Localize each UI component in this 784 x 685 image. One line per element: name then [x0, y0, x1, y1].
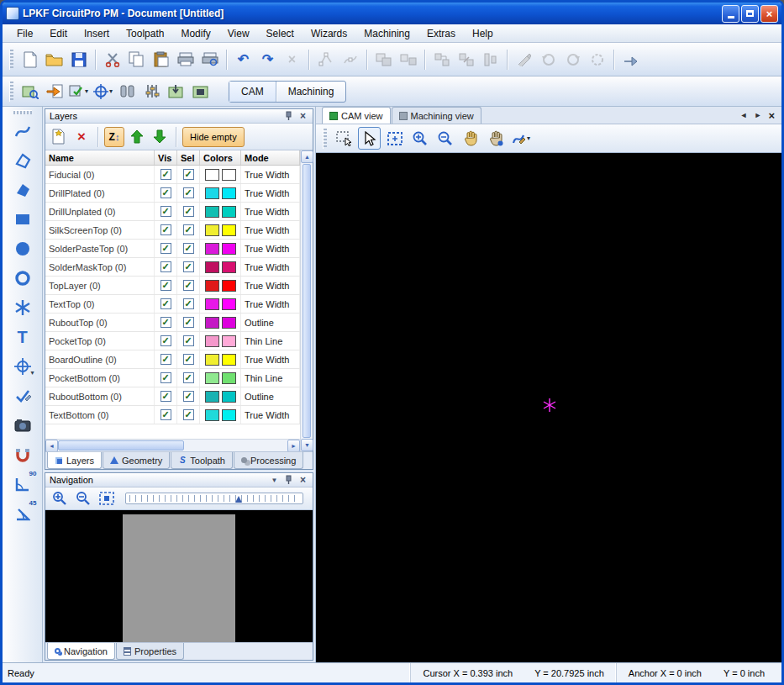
- layer-color-primary[interactable]: [205, 224, 219, 236]
- new-document-button[interactable]: [18, 48, 41, 71]
- layer-color-secondary[interactable]: [222, 354, 236, 366]
- text-tool-button[interactable]: T: [10, 324, 35, 350]
- insert-points-button[interactable]: [339, 48, 361, 71]
- layer-row[interactable]: SolderPasteTop (0)✓✓True Width: [45, 240, 300, 258]
- drill-board-button[interactable]: [165, 80, 187, 103]
- nav-zoom-in-button[interactable]: [50, 488, 70, 508]
- angle-90-tool-button[interactable]: 90: [10, 472, 35, 497]
- navigation-preview[interactable]: [45, 510, 313, 642]
- layers-table-header[interactable]: Name Vis Sel Colors Mode: [45, 150, 300, 166]
- combine-button[interactable]: [372, 48, 395, 71]
- layer-color-secondary[interactable]: [222, 335, 236, 347]
- menu-item-machining[interactable]: Machining: [356, 26, 418, 41]
- scroll-right-button[interactable]: ►: [287, 440, 300, 451]
- vis-checkbox[interactable]: ✓: [160, 409, 171, 420]
- sel-checkbox[interactable]: ✓: [183, 409, 194, 420]
- group-button[interactable]: [430, 48, 453, 71]
- layer-color-secondary[interactable]: [222, 280, 236, 292]
- view-tab-machining-view[interactable]: Machining view: [392, 107, 481, 124]
- layer-row[interactable]: SolderMaskTop (0)✓✓True Width: [45, 258, 300, 277]
- horizontal-scrollbar[interactable]: ◄ ►: [45, 439, 300, 451]
- sel-checkbox[interactable]: ✓: [183, 224, 194, 235]
- sort-z-button[interactable]: Z ↕: [104, 127, 124, 147]
- menu-item-select[interactable]: Select: [259, 26, 302, 41]
- spline-tool-button[interactable]: [10, 119, 35, 144]
- navigation-panel-titlebar[interactable]: Navigation ▼ ×: [45, 473, 313, 487]
- layer-row[interactable]: SilkScreenTop (0)✓✓True Width: [45, 221, 300, 240]
- vis-checkbox[interactable]: ✓: [160, 261, 171, 272]
- mode-machining-button[interactable]: Machining: [276, 82, 346, 102]
- vis-checkbox[interactable]: ✓: [160, 187, 171, 198]
- pan-button[interactable]: [459, 127, 481, 150]
- sel-checkbox[interactable]: ✓: [183, 243, 194, 254]
- menu-item-modify[interactable]: Modify: [173, 26, 218, 41]
- new-layer-button[interactable]: [49, 127, 69, 147]
- toolbar-grip[interactable]: [13, 110, 32, 114]
- view-close-button[interactable]: ×: [766, 108, 776, 123]
- maximize-button[interactable]: [741, 5, 759, 23]
- sel-checkbox[interactable]: ✓: [183, 335, 194, 346]
- vis-checkbox[interactable]: ✓: [160, 243, 171, 254]
- layers-panel-titlebar[interactable]: Layers ×: [45, 109, 313, 124]
- sel-checkbox[interactable]: ✓: [183, 261, 194, 272]
- polygon-tool-button[interactable]: [10, 148, 35, 173]
- layer-color-secondary[interactable]: [222, 206, 236, 218]
- tab-geometry[interactable]: Geometry: [103, 452, 170, 469]
- rules-check-button[interactable]: ▾: [67, 80, 90, 103]
- close-button[interactable]: ×: [760, 5, 778, 23]
- layer-color-primary[interactable]: [205, 317, 219, 329]
- sel-checkbox[interactable]: ✓: [183, 187, 194, 198]
- scroll-up-button[interactable]: ▲: [301, 150, 313, 163]
- scroll-down-button[interactable]: ▼: [301, 439, 313, 451]
- panel-close-button[interactable]: ×: [297, 475, 308, 486]
- mode-cam-button[interactable]: CAM: [229, 82, 276, 102]
- component-board-button[interactable]: [189, 80, 212, 103]
- panel-menu-button[interactable]: ▼: [269, 475, 280, 486]
- nav-zoom-slider[interactable]: [125, 493, 303, 504]
- layer-color-primary[interactable]: [205, 372, 219, 384]
- view-tab-cam-view[interactable]: CAM view: [322, 107, 391, 124]
- jump-to-button[interactable]: [619, 48, 642, 71]
- layer-color-primary[interactable]: [205, 206, 219, 218]
- layer-color-primary[interactable]: [205, 243, 219, 255]
- column-name[interactable]: Name: [45, 150, 155, 165]
- menu-item-edit[interactable]: Edit: [42, 26, 75, 41]
- layer-color-secondary[interactable]: [222, 243, 236, 255]
- sel-checkbox[interactable]: ✓: [183, 298, 194, 309]
- nav-zoom-out-button[interactable]: [73, 488, 93, 508]
- delete-layer-button[interactable]: ×: [71, 127, 92, 147]
- toolbar-grip[interactable]: [323, 129, 327, 149]
- print-button[interactable]: [174, 48, 197, 71]
- layer-color-secondary[interactable]: [222, 372, 236, 384]
- tab-layers[interactable]: Layers: [47, 452, 102, 469]
- open-button[interactable]: [43, 48, 66, 71]
- column-colors[interactable]: Colors: [200, 150, 241, 165]
- layer-row[interactable]: PocketTop (0)✓✓Thin Line: [45, 332, 300, 350]
- vis-checkbox[interactable]: ✓: [160, 354, 171, 365]
- scrollbar-track[interactable]: [58, 440, 287, 451]
- cut-button[interactable]: [101, 48, 124, 71]
- layer-row[interactable]: DrillUnplated (0)✓✓True Width: [45, 203, 300, 221]
- layer-row[interactable]: TextBottom (0)✓✓True Width: [45, 406, 300, 424]
- vis-checkbox[interactable]: ✓: [160, 224, 171, 235]
- import-button[interactable]: [43, 80, 66, 103]
- break-apart-button[interactable]: [397, 48, 419, 71]
- scroll-left-button[interactable]: ◄: [45, 440, 58, 451]
- layer-color-primary[interactable]: [205, 335, 219, 347]
- layer-row[interactable]: RuboutTop (0)✓✓Outline: [45, 314, 300, 332]
- layer-color-primary[interactable]: [205, 169, 219, 181]
- ring-tool-button[interactable]: [10, 266, 35, 291]
- column-sel[interactable]: Sel: [177, 150, 200, 165]
- settings-sliders-button[interactable]: [140, 80, 163, 103]
- edit-points-button[interactable]: [314, 48, 337, 71]
- camera-tool-button[interactable]: [10, 413, 35, 438]
- vis-checkbox[interactable]: ✓: [160, 391, 171, 402]
- layer-color-secondary[interactable]: [222, 169, 236, 181]
- copy-button[interactable]: [125, 48, 148, 71]
- scrollbar-thumb[interactable]: [58, 440, 184, 451]
- layer-color-primary[interactable]: [205, 298, 219, 310]
- layer-color-primary[interactable]: [205, 354, 219, 366]
- anchor-tool-button[interactable]: ▾: [10, 354, 35, 379]
- pin-button[interactable]: [283, 111, 294, 122]
- layer-color-primary[interactable]: [205, 391, 219, 403]
